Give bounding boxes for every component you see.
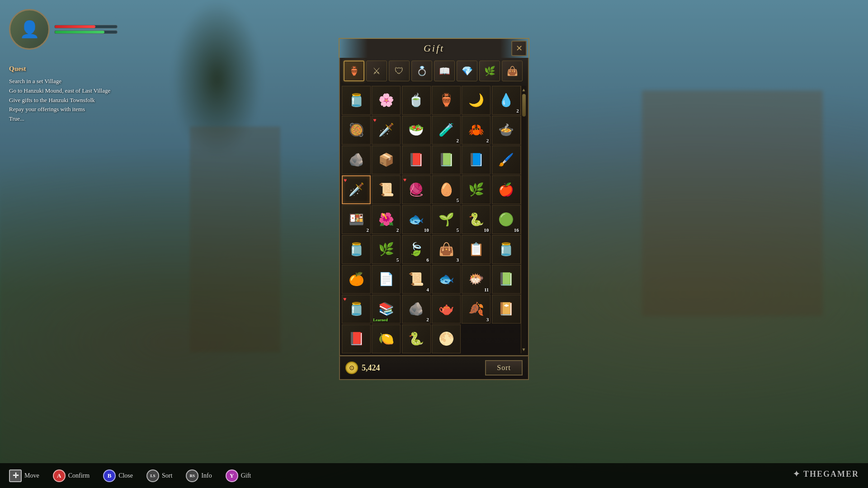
item-slot-48[interactable]: 📕 [342,324,371,353]
dialog-title: Gift [424,42,444,54]
item-icon-16: 📘 [468,154,484,166]
item-slot-1[interactable]: 🌸 [372,86,401,115]
item-slot-29[interactable]: 🟢16 [492,205,521,234]
item-slot-5[interactable]: 💧2 [492,86,521,115]
item-icon-46: 🍂 [468,303,484,315]
item-icon-47: 📔 [498,303,514,315]
item-slot-22[interactable]: 🌿 [462,175,491,204]
item-slot-40[interactable]: 🐡11 [462,265,491,294]
category-tab-special[interactable]: 🌿 [479,61,500,81]
hud: 👤 [9,9,118,50]
item-slot-17[interactable]: 🖌️ [492,145,521,174]
item-slot-50[interactable]: 🐍 [402,324,431,353]
item-slot-41[interactable]: 📗 [492,265,521,294]
category-tab-consumable[interactable]: 🏺 [344,61,364,81]
item-slot-20[interactable]: 🧶 [402,175,431,204]
item-icon-19: 📜 [378,183,394,196]
item-count-40: 11 [484,287,489,292]
item-slot-16[interactable]: 📘 [462,145,491,174]
item-icon-28: 🐍 [468,213,484,226]
item-slot-12[interactable]: 🪨 [342,145,371,174]
item-slot-42[interactable]: 🫙 [342,295,371,324]
item-icon-22: 🌿 [468,183,484,196]
item-icon-0: 🫙 [349,94,364,107]
item-slot-37[interactable]: 📄 [372,265,401,294]
item-slot-4[interactable]: 🌙 [462,86,491,115]
item-count-38: 4 [426,287,429,292]
item-icon-9: 🧪 [439,124,454,136]
scrollbar-thumb[interactable] [522,94,526,117]
item-slot-43[interactable]: 📚Learned [372,295,401,324]
sort-button[interactable]: Sort [485,360,523,375]
category-tabs: 🏺 ⚔ 🛡 💍 📖 💎 🌿 👜 [339,58,529,84]
item-icon-39: 🐟 [439,273,454,286]
category-tab-book[interactable]: 📖 [434,61,455,81]
item-slot-51[interactable]: 🌕 [432,324,461,353]
item-slot-34[interactable]: 📋 [462,235,491,264]
item-slot-14[interactable]: 📕 [402,145,431,174]
quest-line-3: Give gifts to the Hanzuki Townsfolk [9,96,110,105]
item-slot-27[interactable]: 🌱5 [432,205,461,234]
control-move: ✛ Move [9,469,39,482]
item-slot-36[interactable]: 🍊 [342,265,371,294]
item-icon-14: 📕 [408,154,424,166]
item-slot-33[interactable]: 👜3 [432,235,461,264]
close-button[interactable]: ✕ [511,41,527,56]
item-icon-18: 🗡️ [349,183,364,196]
category-tab-misc[interactable]: 👜 [502,61,523,81]
item-icon-3: 🏺 [439,94,454,107]
item-icon-23: 🍎 [498,183,514,196]
item-icon-21: 🥚 [439,183,454,196]
item-count-46: 3 [486,317,489,322]
item-slot-10[interactable]: 🦀2 [462,116,491,145]
category-tab-weapon[interactable]: ⚔ [366,61,387,81]
item-slot-6[interactable]: 🥘 [342,116,371,145]
item-slot-0[interactable]: 🫙 [342,86,371,115]
category-tab-accessory[interactable]: 💍 [411,61,432,81]
bottom-bar: ⊙ 5,424 Sort [339,356,529,380]
item-slot-28[interactable]: 🐍10 [462,205,491,234]
item-icon-33: 👜 [439,243,454,256]
item-slot-44[interactable]: 🪨2 [402,295,431,324]
item-slot-11[interactable]: 🍲 [492,116,521,145]
scroll-up-arrow[interactable]: ▲ [522,87,526,92]
quest-line-4: Repay your offerings with items [9,105,110,114]
item-slot-13[interactable]: 📦 [372,145,401,174]
item-slot-15[interactable]: 📗 [432,145,461,174]
item-slot-18[interactable]: 🗡️ [342,175,371,204]
scroll-down-arrow[interactable]: ▼ [522,347,526,352]
item-slot-46[interactable]: 🍂3 [462,295,491,324]
category-tab-armor[interactable]: 🛡 [389,61,410,81]
item-slot-39[interactable]: 🐟 [432,265,461,294]
item-slot-45[interactable]: 🫖 [432,295,461,324]
item-slot-38[interactable]: 📜4 [402,265,431,294]
item-slot-30[interactable]: 🫙 [342,235,371,264]
health-bar-row [54,25,118,28]
info-label: Info [201,472,212,479]
item-slot-19[interactable]: 📜 [372,175,401,204]
item-count-32: 6 [426,257,429,263]
item-slot-21[interactable]: 🥚5 [432,175,461,204]
item-slot-25[interactable]: 🌺2 [372,205,401,234]
item-slot-8[interactable]: 🥗 [402,116,431,145]
item-slot-3[interactable]: 🏺 [432,86,461,115]
item-slot-2[interactable]: 🍵 [402,86,431,115]
stamina-bar-fill [55,31,104,33]
confirm-label: Confirm [68,472,90,479]
item-slot-31[interactable]: 🌿5 [372,235,401,264]
item-icon-30: 🫙 [349,243,364,256]
item-slot-49[interactable]: 🍋 [372,324,401,353]
item-slot-24[interactable]: 🍱2 [342,205,371,234]
health-bar-fill [55,25,95,28]
item-slot-7[interactable]: 🗡️ [372,116,401,145]
item-slot-47[interactable]: 📔 [492,295,521,324]
item-icon-31: 🌿 [378,243,394,256]
item-slot-35[interactable]: 🫙 [492,235,521,264]
item-slot-23[interactable]: 🍎 [492,175,521,204]
item-count-10: 2 [486,138,489,143]
scrollbar[interactable]: ▲ ▼ [521,86,526,353]
item-slot-26[interactable]: 🐟10 [402,205,431,234]
item-slot-32[interactable]: 🍃6 [402,235,431,264]
item-slot-9[interactable]: 🧪2 [432,116,461,145]
category-tab-material[interactable]: 💎 [457,61,477,81]
